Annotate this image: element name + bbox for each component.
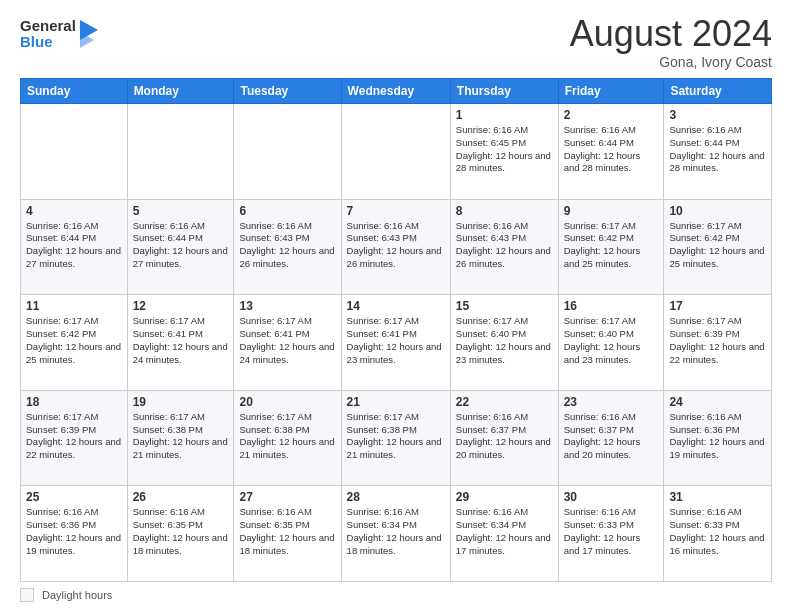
calendar-table: SundayMondayTuesdayWednesdayThursdayFrid… bbox=[20, 78, 772, 582]
calendar-cell: 16Sunrise: 6:17 AM Sunset: 6:40 PM Dayli… bbox=[558, 295, 664, 391]
day-number: 10 bbox=[669, 204, 766, 218]
day-info: Sunrise: 6:16 AM Sunset: 6:43 PM Dayligh… bbox=[347, 220, 445, 271]
day-number: 28 bbox=[347, 490, 445, 504]
day-info: Sunrise: 6:16 AM Sunset: 6:33 PM Dayligh… bbox=[669, 506, 766, 557]
calendar-cell: 30Sunrise: 6:16 AM Sunset: 6:33 PM Dayli… bbox=[558, 486, 664, 582]
day-info: Sunrise: 6:17 AM Sunset: 6:42 PM Dayligh… bbox=[564, 220, 659, 271]
day-info: Sunrise: 6:16 AM Sunset: 6:43 PM Dayligh… bbox=[239, 220, 335, 271]
day-number: 25 bbox=[26, 490, 122, 504]
day-number: 31 bbox=[669, 490, 766, 504]
calendar-week-row: 18Sunrise: 6:17 AM Sunset: 6:39 PM Dayli… bbox=[21, 390, 772, 486]
day-number: 16 bbox=[564, 299, 659, 313]
day-info: Sunrise: 6:17 AM Sunset: 6:41 PM Dayligh… bbox=[133, 315, 229, 366]
daylight-label: Daylight hours bbox=[42, 589, 112, 601]
day-info: Sunrise: 6:17 AM Sunset: 6:39 PM Dayligh… bbox=[669, 315, 766, 366]
calendar-cell: 8Sunrise: 6:16 AM Sunset: 6:43 PM Daylig… bbox=[450, 199, 558, 295]
calendar-cell: 6Sunrise: 6:16 AM Sunset: 6:43 PM Daylig… bbox=[234, 199, 341, 295]
day-number: 12 bbox=[133, 299, 229, 313]
calendar-cell bbox=[127, 104, 234, 200]
day-info: Sunrise: 6:17 AM Sunset: 6:39 PM Dayligh… bbox=[26, 411, 122, 462]
day-number: 22 bbox=[456, 395, 553, 409]
calendar-cell: 21Sunrise: 6:17 AM Sunset: 6:38 PM Dayli… bbox=[341, 390, 450, 486]
weekday-header-thursday: Thursday bbox=[450, 79, 558, 104]
day-number: 7 bbox=[347, 204, 445, 218]
day-info: Sunrise: 6:16 AM Sunset: 6:37 PM Dayligh… bbox=[564, 411, 659, 462]
calendar-cell: 17Sunrise: 6:17 AM Sunset: 6:39 PM Dayli… bbox=[664, 295, 772, 391]
day-info: Sunrise: 6:16 AM Sunset: 6:45 PM Dayligh… bbox=[456, 124, 553, 175]
weekday-header-wednesday: Wednesday bbox=[341, 79, 450, 104]
day-info: Sunrise: 6:16 AM Sunset: 6:34 PM Dayligh… bbox=[456, 506, 553, 557]
calendar-cell: 28Sunrise: 6:16 AM Sunset: 6:34 PM Dayli… bbox=[341, 486, 450, 582]
day-number: 3 bbox=[669, 108, 766, 122]
calendar-cell bbox=[341, 104, 450, 200]
calendar-cell: 20Sunrise: 6:17 AM Sunset: 6:38 PM Dayli… bbox=[234, 390, 341, 486]
calendar-cell: 1Sunrise: 6:16 AM Sunset: 6:45 PM Daylig… bbox=[450, 104, 558, 200]
day-info: Sunrise: 6:17 AM Sunset: 6:41 PM Dayligh… bbox=[347, 315, 445, 366]
month-title: August 2024 bbox=[570, 16, 772, 52]
day-info: Sunrise: 6:16 AM Sunset: 6:33 PM Dayligh… bbox=[564, 506, 659, 557]
calendar-cell: 24Sunrise: 6:16 AM Sunset: 6:36 PM Dayli… bbox=[664, 390, 772, 486]
calendar-cell: 13Sunrise: 6:17 AM Sunset: 6:41 PM Dayli… bbox=[234, 295, 341, 391]
day-number: 20 bbox=[239, 395, 335, 409]
day-info: Sunrise: 6:16 AM Sunset: 6:36 PM Dayligh… bbox=[669, 411, 766, 462]
calendar-cell: 29Sunrise: 6:16 AM Sunset: 6:34 PM Dayli… bbox=[450, 486, 558, 582]
day-number: 21 bbox=[347, 395, 445, 409]
day-info: Sunrise: 6:16 AM Sunset: 6:34 PM Dayligh… bbox=[347, 506, 445, 557]
location: Gona, Ivory Coast bbox=[570, 54, 772, 70]
logo-arrow-icon bbox=[80, 16, 100, 52]
calendar-cell: 14Sunrise: 6:17 AM Sunset: 6:41 PM Dayli… bbox=[341, 295, 450, 391]
day-number: 8 bbox=[456, 204, 553, 218]
day-info: Sunrise: 6:16 AM Sunset: 6:44 PM Dayligh… bbox=[669, 124, 766, 175]
calendar-cell: 9Sunrise: 6:17 AM Sunset: 6:42 PM Daylig… bbox=[558, 199, 664, 295]
day-info: Sunrise: 6:17 AM Sunset: 6:41 PM Dayligh… bbox=[239, 315, 335, 366]
footer: Daylight hours bbox=[20, 588, 772, 602]
day-info: Sunrise: 6:17 AM Sunset: 6:40 PM Dayligh… bbox=[456, 315, 553, 366]
day-info: Sunrise: 6:16 AM Sunset: 6:44 PM Dayligh… bbox=[133, 220, 229, 271]
day-number: 5 bbox=[133, 204, 229, 218]
page: GeneralBlue August 2024 Gona, Ivory Coas… bbox=[0, 0, 792, 612]
calendar-cell: 5Sunrise: 6:16 AM Sunset: 6:44 PM Daylig… bbox=[127, 199, 234, 295]
day-info: Sunrise: 6:17 AM Sunset: 6:40 PM Dayligh… bbox=[564, 315, 659, 366]
day-info: Sunrise: 6:16 AM Sunset: 6:44 PM Dayligh… bbox=[564, 124, 659, 175]
calendar-cell: 22Sunrise: 6:16 AM Sunset: 6:37 PM Dayli… bbox=[450, 390, 558, 486]
day-number: 9 bbox=[564, 204, 659, 218]
day-info: Sunrise: 6:17 AM Sunset: 6:38 PM Dayligh… bbox=[239, 411, 335, 462]
calendar-cell bbox=[21, 104, 128, 200]
calendar-cell: 25Sunrise: 6:16 AM Sunset: 6:36 PM Dayli… bbox=[21, 486, 128, 582]
day-number: 24 bbox=[669, 395, 766, 409]
logo: GeneralBlue bbox=[20, 16, 100, 52]
day-info: Sunrise: 6:17 AM Sunset: 6:38 PM Dayligh… bbox=[347, 411, 445, 462]
day-info: Sunrise: 6:17 AM Sunset: 6:42 PM Dayligh… bbox=[669, 220, 766, 271]
weekday-header-sunday: Sunday bbox=[21, 79, 128, 104]
calendar-cell: 3Sunrise: 6:16 AM Sunset: 6:44 PM Daylig… bbox=[664, 104, 772, 200]
day-number: 19 bbox=[133, 395, 229, 409]
weekday-header-saturday: Saturday bbox=[664, 79, 772, 104]
calendar-cell: 26Sunrise: 6:16 AM Sunset: 6:35 PM Dayli… bbox=[127, 486, 234, 582]
day-number: 17 bbox=[669, 299, 766, 313]
day-number: 30 bbox=[564, 490, 659, 504]
weekday-header-row: SundayMondayTuesdayWednesdayThursdayFrid… bbox=[21, 79, 772, 104]
logo-line2: Blue bbox=[20, 34, 76, 51]
weekday-header-friday: Friday bbox=[558, 79, 664, 104]
day-info: Sunrise: 6:16 AM Sunset: 6:44 PM Dayligh… bbox=[26, 220, 122, 271]
calendar-cell: 10Sunrise: 6:17 AM Sunset: 6:42 PM Dayli… bbox=[664, 199, 772, 295]
day-number: 29 bbox=[456, 490, 553, 504]
calendar-cell: 4Sunrise: 6:16 AM Sunset: 6:44 PM Daylig… bbox=[21, 199, 128, 295]
day-info: Sunrise: 6:16 AM Sunset: 6:35 PM Dayligh… bbox=[133, 506, 229, 557]
calendar-cell: 12Sunrise: 6:17 AM Sunset: 6:41 PM Dayli… bbox=[127, 295, 234, 391]
calendar-cell: 7Sunrise: 6:16 AM Sunset: 6:43 PM Daylig… bbox=[341, 199, 450, 295]
day-number: 18 bbox=[26, 395, 122, 409]
calendar-week-row: 11Sunrise: 6:17 AM Sunset: 6:42 PM Dayli… bbox=[21, 295, 772, 391]
day-number: 13 bbox=[239, 299, 335, 313]
calendar-cell: 15Sunrise: 6:17 AM Sunset: 6:40 PM Dayli… bbox=[450, 295, 558, 391]
calendar-cell: 2Sunrise: 6:16 AM Sunset: 6:44 PM Daylig… bbox=[558, 104, 664, 200]
day-number: 2 bbox=[564, 108, 659, 122]
day-info: Sunrise: 6:16 AM Sunset: 6:35 PM Dayligh… bbox=[239, 506, 335, 557]
calendar-cell: 27Sunrise: 6:16 AM Sunset: 6:35 PM Dayli… bbox=[234, 486, 341, 582]
day-number: 14 bbox=[347, 299, 445, 313]
calendar-cell: 19Sunrise: 6:17 AM Sunset: 6:38 PM Dayli… bbox=[127, 390, 234, 486]
day-number: 4 bbox=[26, 204, 122, 218]
day-info: Sunrise: 6:16 AM Sunset: 6:36 PM Dayligh… bbox=[26, 506, 122, 557]
day-number: 1 bbox=[456, 108, 553, 122]
calendar-week-row: 1Sunrise: 6:16 AM Sunset: 6:45 PM Daylig… bbox=[21, 104, 772, 200]
